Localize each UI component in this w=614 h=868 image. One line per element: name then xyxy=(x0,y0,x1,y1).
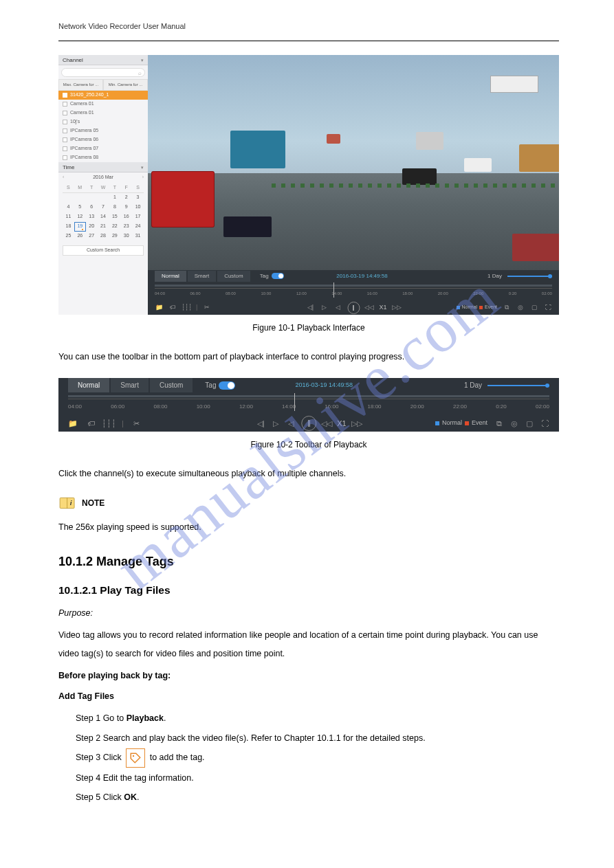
camera-item[interactable]: IPCamera 07 xyxy=(58,144,148,153)
day[interactable]: 4 xyxy=(63,203,74,212)
type-smart-button[interactable]: Smart xyxy=(111,378,149,392)
rewind-icon[interactable]: ◁◁ xyxy=(322,419,331,428)
day[interactable]: 9 xyxy=(120,203,132,212)
clip-icon[interactable]: ✂ xyxy=(132,419,142,428)
custom-search-button[interactable]: Custom Search xyxy=(63,245,144,256)
day[interactable]: 3 xyxy=(132,193,144,203)
timeline[interactable]: 04:0006:0008:0010:0012:0014:0016:0018:00… xyxy=(68,393,549,415)
snapshot-icon[interactable]: ◎ xyxy=(516,304,525,312)
next-month-button[interactable]: › xyxy=(142,174,144,181)
day[interactable] xyxy=(86,193,98,203)
zoom-icon[interactable]: ⧉ xyxy=(494,419,504,428)
camera-tabs[interactable]: Max. Camera for ... Min. Camera for ... xyxy=(58,79,148,91)
export-icon[interactable]: 📁 xyxy=(155,304,163,312)
day[interactable]: 18 xyxy=(63,222,74,232)
day[interactable] xyxy=(98,193,109,203)
camera-item[interactable]: 10j's xyxy=(58,118,148,126)
day[interactable]: 24 xyxy=(132,222,144,232)
day[interactable]: 14 xyxy=(98,212,109,222)
prev-month-button[interactable]: ‹ xyxy=(63,174,64,181)
lock-icon[interactable]: ┆┆┆ xyxy=(104,419,113,428)
day[interactable]: 2 xyxy=(120,193,132,203)
tag-toggle[interactable] xyxy=(219,381,235,390)
forward-icon[interactable]: ▷▷ xyxy=(393,304,401,312)
day[interactable] xyxy=(74,193,86,203)
audio-icon[interactable]: ▢ xyxy=(530,304,538,312)
channel-panel-header[interactable]: Channel ▾ xyxy=(58,55,148,65)
day[interactable]: 23 xyxy=(120,222,132,232)
fullscreen-icon[interactable]: ⛶ xyxy=(544,304,552,312)
pause-button[interactable]: ‖ xyxy=(301,416,316,431)
day[interactable]: 6 xyxy=(86,203,98,212)
day[interactable]: 30 xyxy=(120,232,132,241)
camera-item[interactable]: 31420_250.240_1 xyxy=(58,91,148,100)
zoom-icon[interactable]: ⧉ xyxy=(503,304,511,312)
type-normal-button[interactable]: Normal xyxy=(155,271,186,282)
camera-item[interactable]: IPCamera 06 xyxy=(58,135,148,144)
timeline-cursor[interactable] xyxy=(294,393,295,411)
step-back-icon[interactable]: ◁| xyxy=(306,304,314,312)
tag-icon[interactable]: 🏷 xyxy=(86,419,96,428)
prev-icon[interactable]: ◁ xyxy=(333,304,342,312)
day[interactable]: 29 xyxy=(109,232,120,241)
day[interactable]: 13 xyxy=(86,212,98,222)
clip-icon[interactable]: ✂ xyxy=(203,304,211,312)
time-panel-header[interactable]: Time ▾ xyxy=(58,162,148,173)
play-icon[interactable]: ▷ xyxy=(271,419,281,428)
audio-icon[interactable]: ▢ xyxy=(525,419,534,428)
timeline-cursor[interactable] xyxy=(333,282,334,298)
type-custom-button[interactable]: Custom xyxy=(217,271,250,282)
timeline[interactable]: 04:0006:0008:0010:0012:0014:0016:0018:00… xyxy=(155,282,552,302)
step-back-icon[interactable]: ◁| xyxy=(256,419,265,428)
day[interactable]: 28 xyxy=(98,232,109,241)
timeline-zoom-slider[interactable] xyxy=(487,385,549,386)
camera-label: Camera 01 xyxy=(70,109,94,117)
channel-search-input[interactable]: ⌕ xyxy=(61,68,145,77)
tag-toggle[interactable] xyxy=(272,273,284,279)
timestamp-text: 2016-03-19 14:49:58 xyxy=(336,272,387,280)
camera-item[interactable]: IPCamera 05 xyxy=(58,126,148,135)
camera-item[interactable]: Camera 01 xyxy=(58,100,148,109)
camera-item[interactable]: IPCamera 08 xyxy=(58,153,148,162)
export-icon[interactable]: 📁 xyxy=(68,419,78,428)
day[interactable]: 21 xyxy=(98,222,109,232)
day[interactable]: 8 xyxy=(109,203,120,212)
day[interactable]: 11 xyxy=(63,212,74,222)
day[interactable]: 1 xyxy=(109,193,120,203)
day-selected[interactable]: 19 xyxy=(74,222,86,232)
tab-max-camera[interactable]: Max. Camera for ... xyxy=(58,79,103,91)
day[interactable]: 25 xyxy=(63,232,74,241)
prev-icon[interactable]: ◁ xyxy=(286,419,296,428)
calendar-grid[interactable]: S M T W T F S 123 45678910 1112131415161… xyxy=(63,183,144,241)
day[interactable]: 26 xyxy=(74,232,86,241)
day[interactable]: 5 xyxy=(74,203,86,212)
timeline-zoom-slider[interactable] xyxy=(507,276,552,277)
day[interactable]: 10 xyxy=(132,203,144,212)
fullscreen-icon[interactable]: ⛶ xyxy=(540,419,549,428)
forward-icon[interactable]: ▷▷ xyxy=(352,419,362,428)
day[interactable]: 22 xyxy=(109,222,120,232)
purpose-label: Purpose: xyxy=(58,607,559,620)
day[interactable]: 27 xyxy=(86,232,98,241)
type-normal-button[interactable]: Normal xyxy=(68,378,109,392)
tag-icon[interactable]: 🏷 xyxy=(168,304,177,312)
snapshot-icon[interactable]: ◎ xyxy=(509,419,519,428)
time-label: Time xyxy=(63,164,74,170)
day[interactable]: 15 xyxy=(109,212,120,222)
day[interactable]: 31 xyxy=(132,232,144,241)
day[interactable]: 12 xyxy=(74,212,86,222)
day[interactable]: 7 xyxy=(98,203,109,212)
tab-min-camera[interactable]: Min. Camera for ... xyxy=(103,79,148,91)
day[interactable]: 20 xyxy=(86,222,98,232)
camera-item[interactable]: Camera 01 xyxy=(58,109,148,118)
day[interactable]: 17 xyxy=(132,212,144,222)
type-custom-button[interactable]: Custom xyxy=(150,378,193,392)
type-smart-button[interactable]: Smart xyxy=(188,271,216,282)
day[interactable] xyxy=(63,193,74,203)
pause-button[interactable]: ‖ xyxy=(347,302,360,314)
checkbox-icon xyxy=(63,102,67,107)
lock-icon[interactable]: ┆┆┆ xyxy=(182,304,190,312)
rewind-icon[interactable]: ◁◁ xyxy=(365,304,373,312)
day[interactable]: 16 xyxy=(120,212,132,222)
play-icon[interactable]: ▷ xyxy=(320,304,328,312)
